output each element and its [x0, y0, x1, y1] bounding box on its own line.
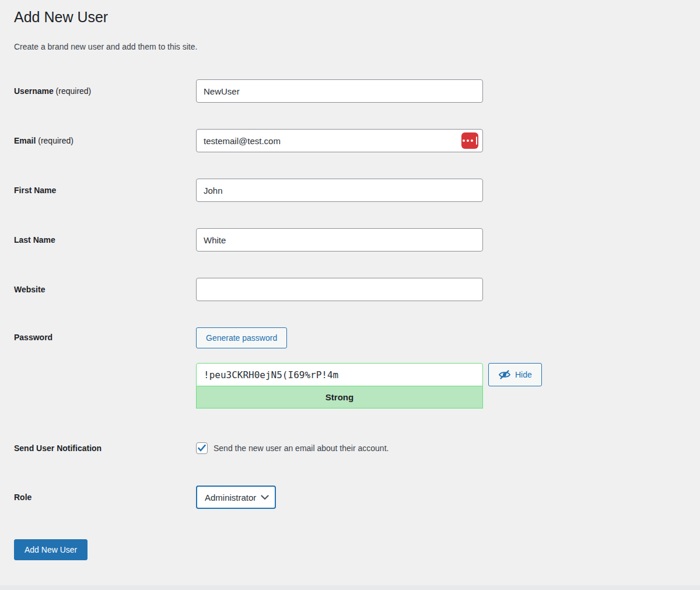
send-user-notification-row: Send User Notification Send the new user…: [14, 441, 686, 455]
first-name-label: First Name: [14, 186, 196, 195]
role-selected-value: Administrator: [205, 493, 256, 502]
role-label: Role: [14, 493, 196, 502]
username-row: Username (required): [14, 79, 686, 103]
send-notification-checkbox[interactable]: [196, 442, 208, 454]
password-strength-indicator: Strong: [196, 386, 483, 409]
chevron-down-icon: [261, 495, 269, 500]
add-new-user-button[interactable]: Add New User: [14, 539, 88, 560]
notification-checkbox-line: Send the new user an email about their a…: [196, 442, 388, 454]
required-note: (required): [56, 86, 92, 96]
page-subtitle: Create a brand new user and add them to …: [14, 42, 686, 51]
last-name-input[interactable]: [196, 228, 483, 252]
password-label: Password: [14, 327, 196, 342]
send-user-notification-label: Send User Notification: [14, 444, 196, 453]
website-input[interactable]: [196, 278, 483, 301]
generate-password-button[interactable]: Generate password: [196, 327, 287, 348]
password-input-line: Hide: [196, 363, 542, 386]
required-note: (required): [38, 136, 74, 145]
password-manager-icon[interactable]: [461, 132, 478, 149]
add-new-user-page: Add New User Create a brand new user and…: [0, 0, 700, 560]
username-input[interactable]: [196, 79, 483, 103]
last-name-label: Last Name: [14, 235, 196, 245]
role-select[interactable]: Administrator: [196, 486, 276, 509]
website-label: Website: [14, 285, 196, 294]
first-name-row: First Name: [14, 179, 686, 202]
password-input[interactable]: [196, 363, 483, 386]
page-title: Add New User: [14, 7, 686, 27]
username-label: Username (required): [14, 86, 196, 96]
checkmark-icon: [198, 445, 206, 452]
hide-password-button[interactable]: Hide: [488, 363, 542, 386]
password-row: Password Generate password: [14, 327, 686, 409]
first-name-input[interactable]: [196, 179, 483, 202]
password-controls: Generate password Hide: [196, 327, 542, 409]
role-row: Role Administrator: [14, 486, 686, 509]
password-strength-label: Strong: [326, 392, 354, 402]
hide-button-label: Hide: [515, 370, 532, 379]
website-row: Website: [14, 278, 686, 301]
eye-off-icon: [498, 369, 511, 380]
add-new-user-form: Username (required) Email (required): [14, 79, 686, 560]
window-bottom-edge: [0, 585, 700, 590]
email-input[interactable]: [196, 129, 483, 152]
last-name-row: Last Name: [14, 228, 686, 252]
email-row: Email (required): [14, 129, 686, 152]
notification-checkbox-label: Send the new user an email about their a…: [214, 444, 388, 453]
email-input-wrap: [196, 129, 483, 152]
email-label: Email (required): [14, 136, 196, 145]
